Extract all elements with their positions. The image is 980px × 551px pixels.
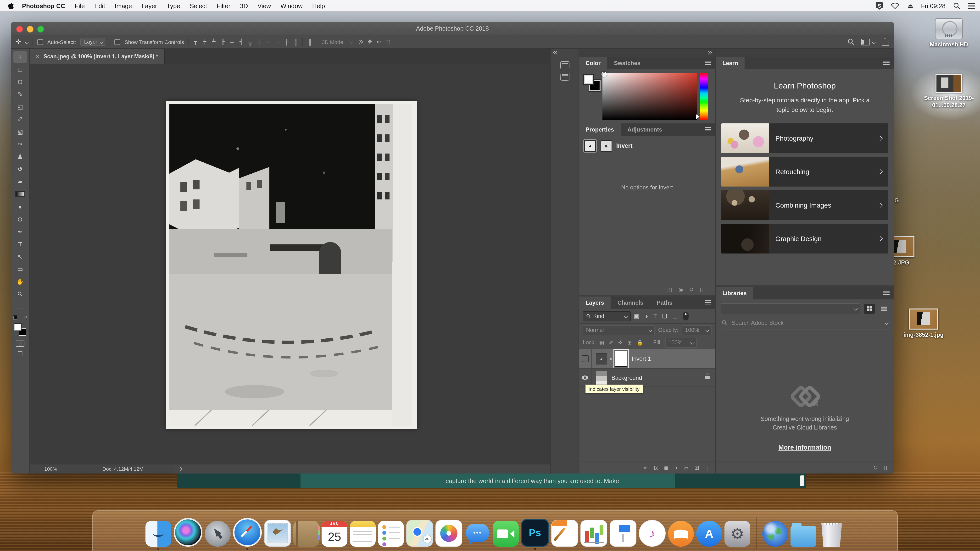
screen-mode-icon[interactable]: ❐ xyxy=(18,351,23,357)
gradient-tool[interactable]: ▬ xyxy=(15,191,25,197)
panel-menu-icon[interactable] xyxy=(883,61,889,65)
3d-slide-icon[interactable]: ⇹ xyxy=(376,39,381,45)
3d-orbit-icon[interactable]: ♢ xyxy=(349,39,354,45)
crop-tool[interactable]: ◱ xyxy=(13,101,27,113)
dock-item-reminders[interactable] xyxy=(378,521,404,550)
panel-menu-icon[interactable] xyxy=(705,300,711,305)
blur-tool[interactable]: ♦ xyxy=(13,201,27,213)
mask-visibility-icon[interactable]: ◉ xyxy=(679,286,683,292)
tab-color[interactable]: Color xyxy=(579,57,607,69)
filter-adjustment-layers-icon[interactable]: ◑ xyxy=(644,313,648,319)
desktop-icon-img-3852[interactable]: img-3852-1.jpg xyxy=(897,308,950,339)
desktop-icon-screenshot[interactable]: Screen Shot 2019-01...09.28.27 xyxy=(923,74,975,109)
swap-colors-icon[interactable]: ⇄ xyxy=(24,315,27,319)
menu-item[interactable]: Photoshop CC xyxy=(17,2,70,10)
layer-mask-icon[interactable]: ● xyxy=(600,140,612,152)
eye-icon[interactable] xyxy=(582,375,588,380)
rectangle-tool[interactable]: ▭ xyxy=(13,263,27,275)
layer-effects-icon[interactable]: fx xyxy=(654,464,658,471)
blend-mode-dropdown[interactable]: Normal xyxy=(582,325,655,335)
distribute-vertical-center-icon[interactable]: ╬ xyxy=(257,39,262,45)
dock-item-numbers[interactable] xyxy=(581,520,607,550)
distribute-horizontal-center-icon[interactable]: ╪ xyxy=(284,39,289,45)
tab-swatches[interactable]: Swatches xyxy=(607,57,647,69)
dock-item-photoshop[interactable]: Ps xyxy=(521,519,549,550)
visibility-cell[interactable] xyxy=(579,349,592,368)
new-group-icon[interactable]: ▱ xyxy=(684,464,688,471)
dock-item-system-preferences[interactable]: ⚙ xyxy=(724,521,750,550)
filter-type-layers-icon[interactable]: T xyxy=(654,313,657,319)
tab-layers[interactable]: Layers xyxy=(579,297,611,309)
dock-item-notes[interactable] xyxy=(350,521,375,550)
lock-artboard-icon[interactable]: ⊞ xyxy=(627,339,632,346)
menu-item[interactable]: Window xyxy=(275,2,307,10)
foreground-color-swatch[interactable] xyxy=(14,323,22,331)
invert-adjustment-icon[interactable]: ◑ xyxy=(584,140,596,152)
lock-all-icon[interactable]: 🔒 xyxy=(637,339,643,346)
delete-layer-icon[interactable]: ▯ xyxy=(705,464,708,471)
dock-item-mail[interactable] xyxy=(264,520,291,550)
invert-adjustment-thumbnail[interactable]: ◑ xyxy=(595,353,607,364)
panel-menu-icon[interactable] xyxy=(705,127,711,132)
quick-mask-mode-icon[interactable] xyxy=(16,341,24,347)
dock-item-network-globe[interactable] xyxy=(762,521,788,550)
tool-preset-chevron-icon[interactable] xyxy=(25,40,29,44)
menu-item[interactable]: Type xyxy=(162,2,185,10)
distribute-top-icon[interactable]: ╦ xyxy=(248,39,253,45)
path-selection-tool[interactable]: ↖ xyxy=(13,251,27,263)
library-trash-icon[interactable]: ▯ xyxy=(884,464,887,471)
distribute-left-icon[interactable]: ╠ xyxy=(275,39,280,45)
tab-paths[interactable]: Paths xyxy=(650,297,679,309)
filter-pixel-layers-icon[interactable]: ▣ xyxy=(634,313,639,319)
dock-item-ibooks[interactable] xyxy=(668,521,694,550)
align-vertical-center-icon[interactable]: ┿ xyxy=(202,39,207,45)
search-icon[interactable] xyxy=(848,38,854,45)
learn-topic-combining-images[interactable]: Combining Images xyxy=(721,191,888,220)
menu-item[interactable]: 3D xyxy=(235,2,253,10)
auto-select-dropdown[interactable]: Layer xyxy=(80,38,105,46)
desktop-icon-macintosh-hd[interactable]: Macintosh HD xyxy=(923,18,975,48)
show-transform-controls-checkbox[interactable] xyxy=(115,39,120,45)
minimize-window-button[interactable] xyxy=(27,26,33,33)
mask-link-icon[interactable]: ⚭ xyxy=(608,357,614,361)
dock-item-app-store[interactable]: A xyxy=(696,521,722,550)
saturation-brightness-field[interactable] xyxy=(602,73,697,120)
library-select-dropdown[interactable] xyxy=(721,303,861,314)
spot-healing-brush-tool[interactable]: ▧ xyxy=(13,126,27,138)
hue-slider[interactable] xyxy=(700,73,708,120)
menu-item[interactable]: Help xyxy=(307,2,330,10)
quick-selection-tool[interactable]: ✎ xyxy=(13,89,27,100)
visibility-checkbox-empty[interactable] xyxy=(582,356,588,362)
new-layer-icon[interactable]: ⊞ xyxy=(694,464,699,471)
clone-stamp-tool[interactable]: ♟ xyxy=(13,151,27,163)
3d-camera-icon[interactable]: ◫ xyxy=(385,39,390,45)
dock-item-contacts[interactable] xyxy=(293,521,319,550)
dock-item-messages[interactable] xyxy=(465,521,490,550)
list-view-button[interactable] xyxy=(878,304,889,314)
dock-item-photos[interactable] xyxy=(436,520,462,550)
auto-select-checkbox[interactable] xyxy=(37,39,43,45)
document-sizes[interactable]: Doc: 4.12M/4.12M xyxy=(72,464,174,473)
fill-value[interactable]: 100% xyxy=(665,337,697,348)
distribute-right-icon[interactable]: ╣ xyxy=(293,39,298,45)
background-layer-thumbnail[interactable] xyxy=(595,370,607,385)
layer-filter-kind-dropdown[interactable]: Kind xyxy=(582,311,630,321)
distribute-bottom-icon[interactable]: ╩ xyxy=(266,39,271,45)
eraser-tool[interactable]: ▰ xyxy=(13,176,27,187)
tab-learn[interactable]: Learn xyxy=(716,57,745,69)
search-input[interactable] xyxy=(730,319,882,327)
filter-shape-layers-icon[interactable]: ❑ xyxy=(662,313,667,319)
align-top-icon[interactable]: ┳ xyxy=(193,39,198,45)
link-layers-icon[interactable]: ⚭ xyxy=(643,464,648,471)
distribute-spacing-icon[interactable]: ║ xyxy=(307,39,313,45)
reset-icon[interactable]: ↺ xyxy=(689,286,694,292)
panel-menu-icon[interactable] xyxy=(883,291,889,295)
learn-topic-retouching[interactable]: Retouching xyxy=(721,157,888,187)
3d-pan-icon[interactable]: ✥ xyxy=(367,39,372,45)
eyedropper-tool[interactable]: ✐ xyxy=(13,113,27,125)
dock-item-maps[interactable] xyxy=(406,520,433,550)
filter-smart-objects-icon[interactable]: ❏ xyxy=(673,313,678,319)
dock-item-siri[interactable] xyxy=(174,518,202,550)
menu-item[interactable]: Filter xyxy=(212,2,235,10)
close-tab-icon[interactable]: × xyxy=(36,53,39,60)
